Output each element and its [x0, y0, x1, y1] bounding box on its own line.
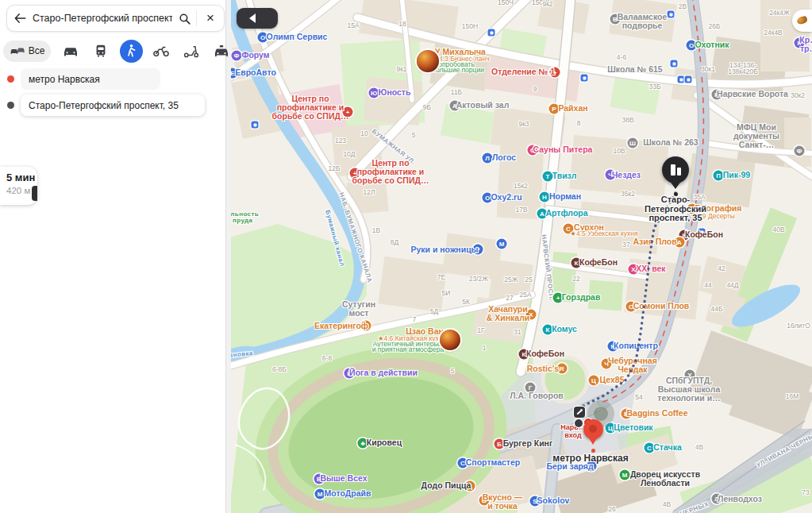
poi-label[interactable]: Логос — [492, 153, 516, 162]
poi-label[interactable]: Baggins Coffee — [626, 409, 687, 418]
route-summary-card[interactable]: 5 мин 420 м — [0, 167, 37, 205]
poi-icon[interactable]: М — [620, 470, 630, 480]
poi-label[interactable]: Йога в действии — [349, 368, 418, 377]
poi-label[interactable]: Норман — [549, 192, 581, 201]
mode-tab-taxi[interactable] — [206, 39, 237, 63]
poi-label[interactable]: КофеБон — [526, 349, 564, 358]
collapse-panel-button[interactable] — [237, 8, 278, 29]
poi-label[interactable]: Ленводхоз — [718, 495, 762, 503]
close-button[interactable]: × — [197, 10, 224, 26]
poi-label[interactable]: Нарв…вход — [560, 424, 586, 439]
poi-label[interactable]: Спортмастер — [466, 458, 520, 467]
mode-tab-car[interactable] — [56, 39, 86, 63]
transit-stop-icon[interactable] — [678, 76, 685, 83]
mode-tab-transit[interactable] — [86, 39, 116, 63]
poi-label[interactable]: Твизл — [552, 172, 577, 180]
poi-label[interactable]: Отделение № 1 — [491, 68, 555, 76]
poi-icon[interactable]: Н — [540, 192, 550, 202]
poi-icon[interactable]: Т — [543, 172, 553, 182]
waypoint-start[interactable]: метро Нарвская — [0, 68, 225, 90]
poi-label[interactable]: Rostic's — [527, 364, 559, 373]
mode-tab-all[interactable]: Все — [3, 40, 51, 62]
poi-label[interactable]: Горздрав — [562, 293, 601, 302]
poi-photo-icon[interactable] — [440, 330, 460, 350]
mode-tab-moped[interactable] — [146, 39, 176, 63]
poi-label[interactable]: КофеБон — [579, 258, 618, 267]
transit-stop-icon[interactable] — [581, 75, 588, 82]
destination-pin[interactable] — [662, 156, 689, 183]
poi-label[interactable]: Oxy2.ru — [491, 193, 521, 202]
poi-label[interactable]: Вкусно —и точка — [483, 493, 522, 511]
poi-label[interactable]: Юность — [379, 88, 411, 97]
panel-scroll-gutter[interactable] — [225, 0, 231, 513]
poi-icon[interactable]: Ц — [589, 376, 599, 386]
poi-label[interactable]: ЧебуречнаяЧердак — [608, 357, 657, 374]
poi-label[interactable]: Стачка — [653, 443, 682, 452]
waypoint-destination-label[interactable]: Старо-Петергофский проспект, 35 — [21, 94, 205, 116]
map[interactable]: Олимп СервисОФорумФЕвроАвтоЕЮностьЮЦентр… — [231, 0, 812, 513]
poi-label[interactable]: Школа № 263 — [643, 138, 698, 147]
map-widget-button[interactable] — [792, 10, 812, 32]
poi-label[interactable]: Сутугинмост — [342, 300, 375, 318]
metro-entrance-icon[interactable] — [574, 407, 585, 418]
transit-stop-icon[interactable] — [685, 76, 692, 83]
start-pin[interactable] — [583, 419, 603, 439]
poi-label[interactable]: Кр…тр… — [799, 36, 812, 53]
waypoint-destination[interactable]: Старо-Петергофский проспект, 35 — [0, 94, 225, 116]
poi-label[interactable]: Цветовик — [614, 423, 652, 432]
poi-label[interactable]: МФЦ МоидокументыСанкт-… — [733, 123, 779, 150]
poi-label[interactable]: Бургер Кинг — [503, 439, 553, 448]
waypoint-start-label[interactable]: метро Нарвская — [21, 68, 160, 90]
transit-stop-icon[interactable] — [668, 11, 675, 18]
poi-label[interactable]: Копицентр — [614, 341, 658, 350]
poi-label[interactable]: СПбГУПТД,Высшая школатехнологии и… — [657, 376, 720, 403]
mode-tab-walk[interactable] — [116, 39, 146, 63]
poi-label[interactable]: Дворец искусствЛенобласти — [630, 470, 700, 488]
poi-label[interactable]: Артфлора — [545, 209, 587, 218]
poi-label[interactable]: МотоДрайв — [325, 489, 371, 498]
poi-label[interactable]: Кировец — [367, 438, 402, 447]
transit-stop-icon[interactable] — [488, 29, 495, 37]
poi-label[interactable]: Бери заряд — [546, 462, 593, 471]
poi-label[interactable]: Чездез — [612, 171, 641, 179]
poi-icon[interactable]: Л — [483, 153, 493, 164]
search-button[interactable] — [172, 12, 196, 25]
poi-label[interactable]: XXI век — [636, 264, 665, 273]
search-input[interactable]: Старо-Петергофский проспект, 35 — [33, 13, 172, 24]
poi-label[interactable]: Школа № 615 — [607, 65, 662, 74]
poi-label[interactable]: Азия Плов — [633, 237, 676, 246]
poi-label[interactable]: Сомони Плов — [633, 302, 690, 310]
poi-label[interactable]: Л.А. Говоров — [510, 392, 564, 400]
poi-label[interactable]: Пик-99 — [723, 171, 750, 179]
poi-label[interactable]: Выше Всех — [320, 474, 367, 483]
poi-label[interactable]: Центр попрофилактике иборьбе со СПИД… — [272, 94, 349, 122]
poi-label[interactable]: Валаамскоеподворье — [618, 13, 668, 30]
poi-icon[interactable]: Ш — [628, 138, 638, 148]
transit-stop-icon[interactable] — [671, 60, 678, 68]
poi-label[interactable]: КофеБон — [685, 230, 723, 239]
back-button[interactable] — [7, 11, 33, 25]
poi-label[interactable]: Сауны Питера — [533, 145, 593, 154]
poi-label[interactable]: Райхан — [558, 104, 587, 113]
poi-label[interactable]: Форум — [241, 51, 269, 60]
map-marker-icon[interactable]: Ф — [795, 146, 805, 156]
transit-stop-icon[interactable] — [252, 122, 259, 129]
poi-label[interactable]: Екатерингоф — [314, 322, 368, 330]
poi-photo-icon[interactable] — [417, 50, 439, 72]
poi-label[interactable]: Центр попрофилактике иборьбе со СПИД… — [352, 159, 429, 186]
poi-icon[interactable]: П — [714, 171, 724, 181]
poi-label[interactable]: ЕвроАвто — [235, 68, 276, 77]
poi-label[interactable]: Олимп Сервис — [267, 33, 328, 41]
poi-label[interactable]: Руки и ножницы — [410, 245, 478, 254]
poi-label[interactable]: Комус — [552, 325, 577, 334]
map-marker-icon[interactable]: М — [497, 239, 507, 249]
poi-label[interactable]: Цех85 — [599, 376, 624, 384]
poi-icon[interactable]: Ю — [369, 88, 379, 98]
poi-label[interactable]: Актовый зал — [456, 101, 510, 110]
poi-label[interactable]: Охотник — [695, 40, 729, 49]
poi-label[interactable]: Хачапури& Хинкали — [487, 305, 530, 322]
poi-label[interactable]: Sokolov — [537, 496, 570, 505]
poi-label[interactable]: Нарвские Ворота — [717, 90, 788, 98]
mode-tab-scooter[interactable] — [176, 39, 206, 63]
poi-label[interactable]: Додо Пицца — [421, 481, 471, 490]
